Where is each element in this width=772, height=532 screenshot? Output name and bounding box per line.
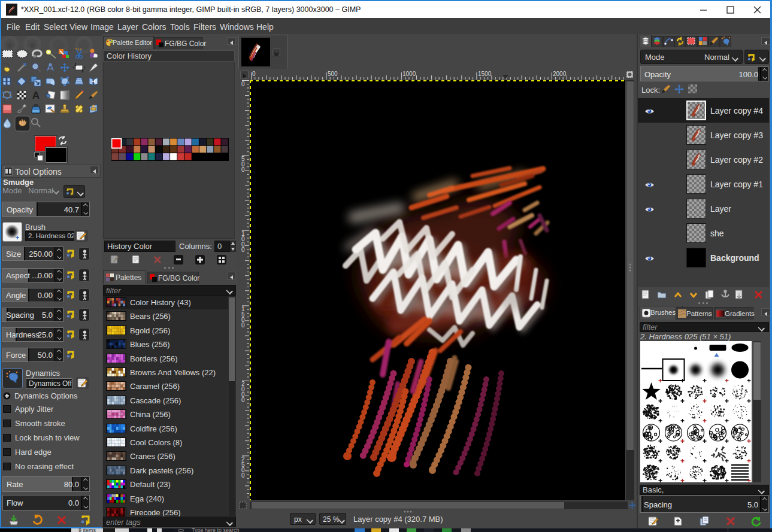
svg-text:2000: 2000 xyxy=(553,71,567,77)
svg-text:1000: 1000 xyxy=(402,71,416,77)
svg-text:0: 0 xyxy=(241,472,245,479)
svg-text:500: 500 xyxy=(328,71,338,77)
svg-text:1500: 1500 xyxy=(478,71,492,77)
svg-text:0: 0 xyxy=(241,81,245,87)
svg-text:0: 0 xyxy=(241,247,245,253)
svg-text:0: 0 xyxy=(252,71,256,77)
svg-text:0: 0 xyxy=(241,397,245,403)
svg-text:0: 0 xyxy=(241,166,245,173)
svg-text:0: 0 xyxy=(241,322,245,329)
svg-text:A: A xyxy=(32,90,40,101)
